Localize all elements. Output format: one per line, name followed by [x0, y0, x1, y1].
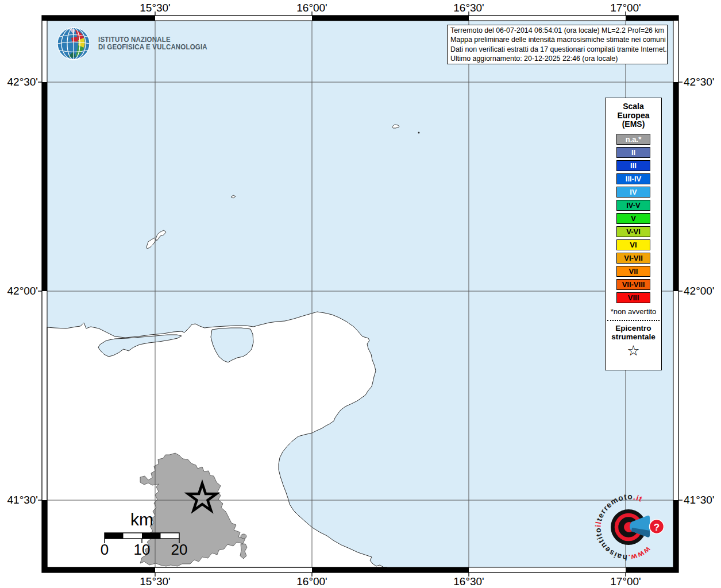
axis-label-top-0: 15°30'	[132, 2, 178, 14]
legend-items: n.a.*IIIIIIII-IVIVIV-VVV-VIVIVI-VIIVIIVI…	[606, 134, 661, 303]
info-line-questionnaires: Dati non verificati estratti da 17 quest…	[450, 45, 667, 54]
scale-bar-unit: km	[124, 510, 160, 529]
axis-label-right-1: 42°00'	[684, 285, 721, 297]
legend-swatch-IV: IV	[616, 187, 650, 198]
municipality-islet-1	[241, 534, 246, 539]
legend-epicenter-line1: Epicentro	[606, 324, 661, 333]
axis-label-top-3: 17°00'	[603, 2, 649, 14]
legend-title-line2: Europea	[606, 111, 661, 121]
legend-title-line1: Scala	[606, 102, 661, 111]
palagruza-islet	[418, 132, 420, 134]
scale-bar-label-10: 10	[133, 541, 151, 559]
legend-epicenter-line2: strumentale	[606, 332, 661, 342]
axis-label-right-2: 41°30'	[684, 494, 721, 506]
ingv-name-line1: ISTITUTO NAZIONALE	[98, 36, 207, 44]
axis-label-left-1: 42°00'	[0, 285, 38, 297]
legend-swatch-III-IV: III-IV	[616, 173, 650, 184]
legend-swatch-VI-VII: VI-VII	[616, 253, 650, 264]
legend-swatch-VII-VIII: VII-VIII	[616, 279, 650, 290]
axis-label-bottom-0: 15°30'	[132, 575, 178, 588]
axis-label-top-1: 16°00'	[289, 2, 335, 14]
event-info-box: Terremoto del 06-07-2014 06:54:01 (ora l…	[447, 25, 668, 64]
legend-epicenter-star-icon: ☆	[606, 343, 661, 358]
legend-swatch-VII: VII	[616, 266, 650, 277]
legend-swatch-n.a.*: n.a.*	[616, 134, 650, 145]
legend-swatch-II: II	[616, 147, 650, 158]
intensity-legend: Scala Europea (EMS) n.a.*IIIIIIII-IVIVIV…	[605, 98, 662, 370]
axis-label-left-0: 42°30'	[0, 76, 38, 88]
info-line-updated: Ultimo aggiornamento: 20-12-2025 22:46 (…	[450, 54, 667, 63]
legend-title-line3: (EMS)	[606, 120, 661, 129]
legend-swatch-VIII: VIII	[616, 292, 650, 303]
legend-swatch-V: V	[616, 213, 650, 224]
axis-label-top-2: 16°30'	[446, 2, 492, 14]
legend-divider	[607, 320, 660, 321]
legend-swatch-VI: VI	[616, 239, 650, 250]
ingv-globe-icon	[56, 26, 91, 61]
legend-swatch-IV-V: IV-V	[616, 200, 650, 211]
info-line-event: Terremoto del 06-07-2014 06:54:01 (ora l…	[450, 26, 667, 35]
axis-label-right-0: 42°30'	[684, 76, 721, 88]
scale-bar-label-20: 20	[171, 541, 188, 559]
info-line-map-type: Mappa preliminare delle intensità macros…	[450, 35, 667, 44]
legend-epicenter-label: Epicentro strumentale	[606, 324, 661, 342]
legend-title: Scala Europea (EMS)	[606, 98, 661, 129]
ingv-name: ISTITUTO NAZIONALE DI GEOFISICA E VULCAN…	[98, 36, 207, 52]
ingv-logo: ISTITUTO NAZIONALE DI GEOFISICA E VULCAN…	[56, 26, 217, 61]
axis-label-bottom-3: 17°00'	[603, 575, 649, 588]
axis-label-bottom-2: 16°30'	[446, 575, 492, 588]
axis-label-bottom-1: 16°00'	[289, 575, 335, 588]
question-mark: ?	[654, 522, 660, 533]
ingv-name-line2: DI GEOFISICA E VULCANOLOGIA	[98, 44, 207, 52]
axis-label-left-2: 41°30'	[0, 494, 38, 506]
legend-footnote: *non avvertito	[606, 307, 661, 316]
scale-bar-label-0: 0	[96, 541, 113, 559]
legend-swatch-III: III	[616, 160, 650, 171]
legend-swatch-V-VI: V-VI	[616, 226, 650, 237]
